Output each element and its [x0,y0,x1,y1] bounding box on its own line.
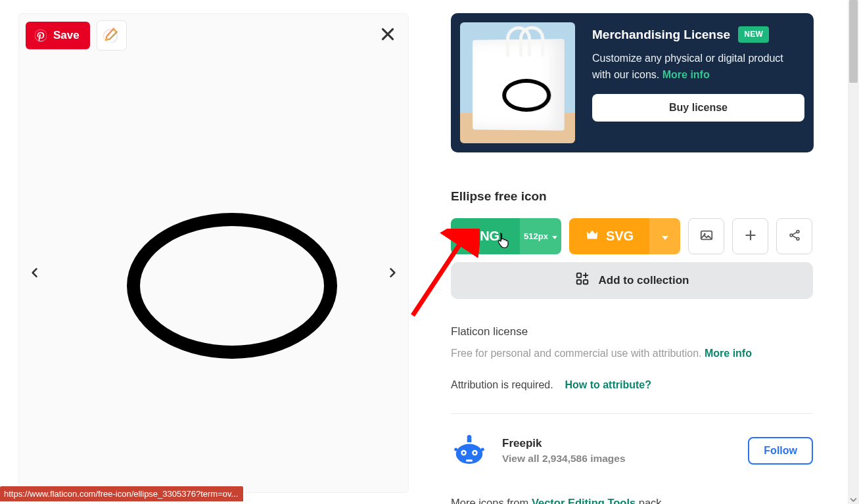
share-button[interactable] [776,218,812,254]
ellipse-preview [127,213,337,359]
copy-image-button[interactable] [688,218,724,254]
svg-point-5 [797,230,799,233]
merch-license-card: Merchandising License NEW Customize any … [451,13,814,152]
new-badge: NEW [738,26,769,43]
svg-point-4 [790,234,793,237]
crown-icon [585,227,599,245]
svg-download-button[interactable]: SVG [569,218,649,254]
edit-button[interactable] [97,20,127,51]
svg-download-group: SVG [569,218,680,254]
merch-image [460,22,575,143]
png-size-dropdown[interactable]: 512px [520,218,561,254]
caret-down-icon [662,231,668,242]
png-download-button[interactable]: PNG [451,218,520,254]
save-button[interactable]: Save [26,22,90,49]
author-row: Freepik View all 2,934,586 images Follow [451,432,813,469]
svg-rect-9 [576,273,580,277]
scrollbar-down-icon[interactable] [850,494,857,501]
image-icon [699,228,714,245]
close-icon [379,34,396,45]
svg-point-10 [467,435,472,440]
plus-icon [744,229,757,244]
pinterest-icon [34,28,48,43]
scrollbar[interactable] [848,0,859,504]
chevron-right-icon [386,273,399,284]
svg-label: SVG [606,229,634,244]
merch-more-info-link[interactable]: More info [662,69,710,80]
svg-rect-8 [583,279,587,283]
author-subtitle[interactable]: View all 2,934,586 images [502,453,733,465]
follow-button[interactable]: Follow [748,437,813,465]
svg-point-19 [481,447,484,451]
svg-point-16 [474,451,476,454]
svg-point-18 [454,447,457,451]
close-button[interactable] [379,26,396,45]
merch-title: Merchandising License [592,25,730,44]
license-title: Flaticon license [451,325,829,338]
previous-button[interactable] [28,263,41,285]
png-download-group: PNG 512px [451,218,561,254]
svg-point-15 [463,451,465,454]
scrollbar-thumb[interactable] [849,0,858,83]
download-row: PNG 512px SVG [451,218,829,254]
preview-panel: Save [0,0,409,504]
svg-rect-17 [466,459,473,461]
more-icons-suffix: pack [636,497,661,504]
author-avatar[interactable] [451,432,488,469]
svg-rect-7 [576,279,580,283]
chevron-left-icon [28,273,41,284]
more-icons-prefix: More icons from [451,497,532,504]
buy-license-button[interactable]: Buy license [592,94,804,122]
pencil-icon [103,26,120,45]
share-icon [788,229,801,244]
svg-point-6 [797,237,799,240]
png-size-label: 512px [524,231,548,241]
next-button[interactable] [386,263,399,285]
preview-card: Save [18,13,409,493]
author-name[interactable]: Freepik [502,437,733,450]
svg-dropdown-button[interactable] [649,218,680,254]
attribution-text: Attribution is required. [451,379,553,390]
svg-rect-11 [467,439,472,442]
caret-down-icon [552,231,557,241]
license-more-info-link[interactable]: More info [705,348,752,359]
pack-link[interactable]: Vector Editing Tools [532,497,636,504]
save-button-label: Save [53,29,80,42]
icon-title: Ellipse free icon [451,189,829,204]
divider [451,413,813,414]
how-to-attribute-link[interactable]: How to attribute? [565,379,651,390]
status-url-bar: https://www.flaticon.com/free-icon/ellip… [0,486,243,501]
add-to-collection-label: Add to collection [599,274,689,287]
collection-icon [575,272,590,290]
license-description: Free for personal and commercial use wit… [451,348,702,359]
add-button[interactable] [732,218,768,254]
details-panel: Merchandising License NEW Customize any … [409,0,847,504]
add-to-collection-button[interactable]: Add to collection [451,262,813,299]
robot-icon [452,432,487,470]
